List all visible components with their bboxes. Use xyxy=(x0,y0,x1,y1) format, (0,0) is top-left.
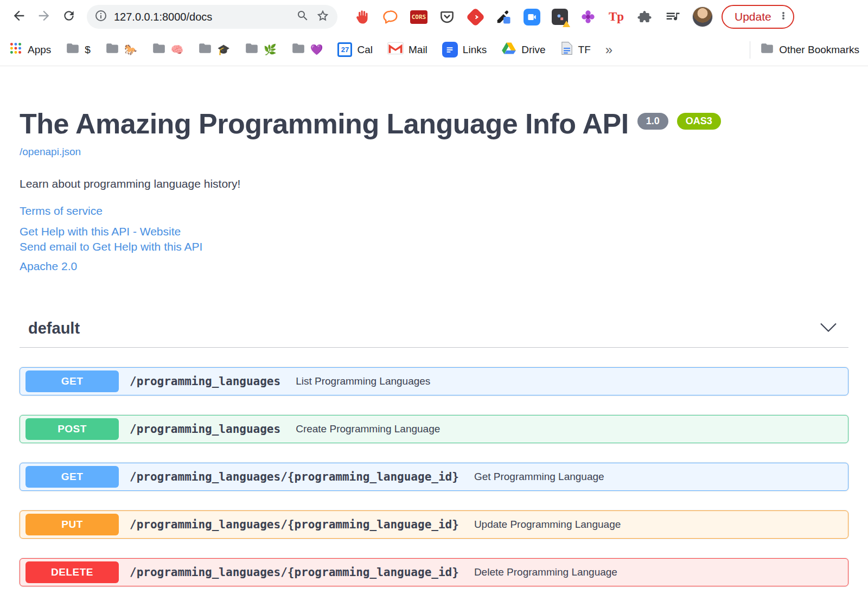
folder-label: 💜 xyxy=(310,43,323,56)
send-arrow-extension-icon[interactable] xyxy=(465,7,485,27)
bookmark-folder-herb[interactable]: 🌿 xyxy=(245,41,277,58)
endpoint-summary: Get Programming Language xyxy=(474,471,604,483)
method-badge: PUT xyxy=(25,514,119,535)
endpoint-path: /programming_languages/{programming_lang… xyxy=(130,470,459,483)
method-badge: DELETE xyxy=(25,561,119,583)
help-email-link[interactable]: Send email to Get Help with this API xyxy=(20,240,848,253)
tag-name: default xyxy=(28,320,80,337)
warning-triangle-icon xyxy=(563,21,570,27)
kebab-menu-icon[interactable] xyxy=(777,9,790,24)
folder-label: 🐎 xyxy=(124,43,137,56)
bookmark-folder-dollar[interactable]: $ xyxy=(66,41,91,58)
zoom-camera-extension-icon[interactable] xyxy=(522,7,541,27)
profile-avatar[interactable] xyxy=(692,7,713,27)
site-info-icon[interactable] xyxy=(94,9,107,24)
links-label: Links xyxy=(463,44,487,56)
endpoint-path: /programming_languages xyxy=(130,423,280,436)
bookmarks-overflow-chevron[interactable]: » xyxy=(605,42,612,57)
tag-section-header[interactable]: default xyxy=(20,320,848,348)
browser-toolbar: 127.0.0.1:8000/docs CORS Tp Update xyxy=(0,0,868,34)
extensions-tray: CORS Tp xyxy=(353,7,682,27)
bookmark-calendar[interactable]: 27 Cal xyxy=(337,42,373,57)
tf-label: TF xyxy=(578,44,591,56)
endpoint-summary: Delete Programming Language xyxy=(474,566,617,578)
endpoint-row-delete-language[interactable]: DELETE /programming_languages/{programmi… xyxy=(20,558,848,586)
chevron-down-icon[interactable] xyxy=(820,323,837,335)
endpoint-summary: Update Programming Language xyxy=(474,519,621,531)
bookmark-folder-horse[interactable]: 🐎 xyxy=(105,41,137,58)
extensions-puzzle-icon[interactable] xyxy=(635,7,654,27)
endpoint-summary: List Programming Languages xyxy=(296,375,430,387)
devtools-extension-icon[interactable] xyxy=(550,7,570,27)
folder-icon xyxy=(66,41,80,58)
media-queue-extension-icon[interactable] xyxy=(663,7,682,27)
calendar-day: 27 xyxy=(341,46,349,54)
cors-extension-icon[interactable]: CORS xyxy=(409,7,429,27)
method-badge: GET xyxy=(25,370,119,392)
endpoint-path: /programming_languages/{programming_lang… xyxy=(130,566,459,579)
openapi-spec-link[interactable]: /openapi.json xyxy=(20,146,81,158)
bookmark-mail[interactable]: Mail xyxy=(387,42,427,57)
page-title: The Amazing Programming Language Info AP… xyxy=(20,108,629,139)
folder-label: 🧠 xyxy=(171,43,184,56)
folder-icon xyxy=(245,41,259,58)
license-link[interactable]: Apache 2.0 xyxy=(20,260,848,273)
endpoint-row-list-languages[interactable]: GET /programming_languages List Programm… xyxy=(20,367,848,395)
back-icon xyxy=(11,8,27,25)
forward-icon xyxy=(36,8,52,25)
api-title-row: The Amazing Programming Language Info AP… xyxy=(20,108,848,139)
other-bookmarks[interactable]: Other Bookmarks xyxy=(760,41,859,58)
method-badge: POST xyxy=(25,418,119,440)
update-label: Update xyxy=(735,10,771,23)
endpoint-row-create-language[interactable]: POST /programming_languages Create Progr… xyxy=(20,415,848,443)
apps-grid-icon xyxy=(9,41,23,58)
terms-of-service-link[interactable]: Terms of service xyxy=(20,205,848,218)
bookmark-folder-graduation[interactable]: 🎓 xyxy=(198,41,230,58)
calendar-label: Cal xyxy=(357,44,373,56)
pocket-shield-extension-icon[interactable] xyxy=(437,7,457,27)
update-button[interactable]: Update xyxy=(722,5,794,29)
tp-extension-icon[interactable]: Tp xyxy=(607,7,626,27)
api-description: Learn about programming language history… xyxy=(20,177,848,190)
zoom-icon[interactable] xyxy=(296,9,309,24)
swagger-page: The Amazing Programming Language Info AP… xyxy=(0,66,868,586)
folder-label: 🎓 xyxy=(217,43,230,56)
endpoint-path: /programming_languages/{programming_lang… xyxy=(130,518,459,531)
links-icon xyxy=(442,42,458,57)
red-diamond-shape xyxy=(465,7,484,26)
bookmark-links[interactable]: Links xyxy=(442,42,487,57)
forward-button[interactable] xyxy=(31,4,56,29)
chat-bubble-extension-icon[interactable] xyxy=(381,7,400,27)
folder-icon xyxy=(760,41,774,58)
address-bar[interactable]: 127.0.0.1:8000/docs xyxy=(87,5,337,29)
stop-hand-extension-icon[interactable] xyxy=(353,7,372,27)
apps-label: Apps xyxy=(28,44,51,56)
other-bookmarks-label: Other Bookmarks xyxy=(779,44,859,56)
mail-label: Mail xyxy=(409,44,427,56)
bookmark-folder-brain[interactable]: 🧠 xyxy=(152,41,184,58)
bookmark-tf[interactable]: TF xyxy=(560,41,591,58)
eyedropper-extension-icon[interactable] xyxy=(494,7,513,27)
purple-flower-extension-icon[interactable] xyxy=(578,7,598,27)
folder-label: $ xyxy=(85,44,91,56)
drive-icon xyxy=(501,41,516,58)
endpoint-path: /programming_languages xyxy=(130,375,280,388)
endpoint-row-update-language[interactable]: PUT /programming_languages/{programming_… xyxy=(20,510,848,539)
bookmark-star-icon[interactable] xyxy=(316,9,330,25)
url-text[interactable]: 127.0.0.1:8000/docs xyxy=(114,11,290,23)
reload-button[interactable] xyxy=(56,4,81,29)
bookmark-drive[interactable]: Drive xyxy=(501,41,545,58)
reload-icon xyxy=(62,9,76,25)
zoom-app-shape xyxy=(524,9,540,25)
bookmark-folder-heart[interactable]: 💜 xyxy=(291,41,323,58)
bookmarks-separator xyxy=(750,41,750,59)
gmail-icon xyxy=(387,42,404,57)
folder-label: 🌿 xyxy=(264,43,277,56)
back-button[interactable] xyxy=(7,4,31,29)
apps-shortcut[interactable]: Apps xyxy=(9,41,51,58)
folder-icon xyxy=(105,41,119,58)
endpoint-row-get-language[interactable]: GET /programming_languages/{programming_… xyxy=(20,463,848,491)
folder-icon xyxy=(198,41,212,58)
oas3-badge: OAS3 xyxy=(677,113,721,130)
help-website-link[interactable]: Get Help with this API - Website xyxy=(20,225,848,238)
